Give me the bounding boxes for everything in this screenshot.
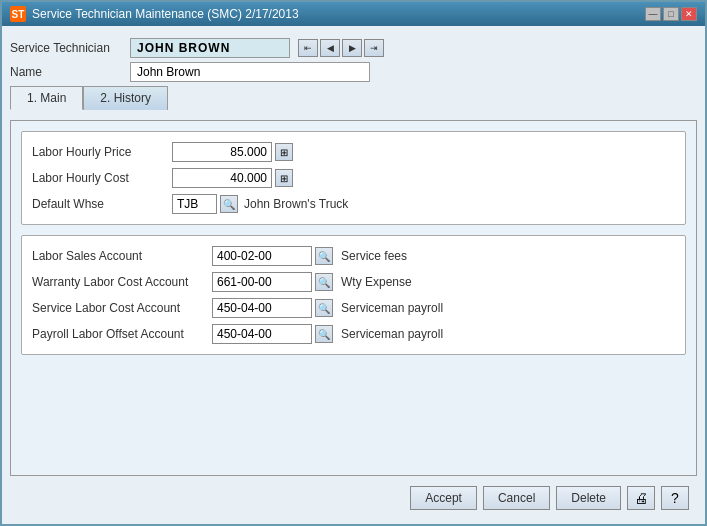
accept-button[interactable]: Accept (410, 486, 477, 510)
service-labor-cost-account-label: Service Labor Cost Account (32, 301, 212, 315)
accounts-group: Labor Sales Account 🔍 Service fees Warra… (21, 235, 686, 355)
labor-hourly-price-calc-button[interactable]: ⊞ (275, 143, 293, 161)
labor-sales-account-label: Labor Sales Account (32, 249, 212, 263)
nav-controls: ⇤ ◀ ▶ ⇥ (298, 39, 384, 57)
labor-hourly-cost-label: Labor Hourly Cost (32, 171, 172, 185)
warranty-labor-cost-account-desc: Wty Expense (341, 275, 412, 289)
minimize-button[interactable]: — (645, 7, 661, 21)
nav-first-button[interactable]: ⇤ (298, 39, 318, 57)
title-bar: ST Service Technician Maintenance (SMC) … (2, 2, 705, 26)
maximize-button[interactable]: □ (663, 7, 679, 21)
service-labor-cost-account-input[interactable] (212, 298, 312, 318)
labor-sales-account-input[interactable] (212, 246, 312, 266)
tab-main[interactable]: 1. Main (10, 86, 83, 110)
tab-history[interactable]: 2. History (83, 86, 168, 110)
title-bar-left: ST Service Technician Maintenance (SMC) … (10, 6, 299, 22)
window-controls: — □ ✕ (645, 7, 697, 21)
payroll-labor-offset-account-label: Payroll Labor Offset Account (32, 327, 212, 341)
labor-hourly-price-label: Labor Hourly Price (32, 145, 172, 159)
labor-hourly-cost-row: Labor Hourly Cost ⊞ (32, 168, 675, 188)
service-technician-row: Service Technician JOHN BROWN ⇤ ◀ ▶ ⇥ (10, 38, 697, 58)
nav-prev-button[interactable]: ◀ (320, 39, 340, 57)
labor-sales-account-row: Labor Sales Account 🔍 Service fees (32, 246, 675, 266)
default-whse-label: Default Whse (32, 197, 172, 211)
payroll-labor-offset-account-search-button[interactable]: 🔍 (315, 325, 333, 343)
payroll-labor-offset-account-desc: Serviceman payroll (341, 327, 443, 341)
tab-bar: 1. Main 2. History (10, 86, 697, 110)
name-label: Name (10, 65, 130, 79)
cancel-button[interactable]: Cancel (483, 486, 550, 510)
service-labor-cost-account-desc: Serviceman payroll (341, 301, 443, 315)
main-content-area: Labor Hourly Price ⊞ Labor Hourly Cost ⊞… (10, 120, 697, 476)
name-value: John Brown (130, 62, 370, 82)
window-title: Service Technician Maintenance (SMC) 2/1… (32, 7, 299, 21)
labor-hourly-price-input[interactable] (172, 142, 272, 162)
close-button[interactable]: ✕ (681, 7, 697, 21)
labor-hourly-cost-calc-button[interactable]: ⊞ (275, 169, 293, 187)
main-window: ST Service Technician Maintenance (SMC) … (0, 0, 707, 526)
labor-hourly-price-row: Labor Hourly Price ⊞ (32, 142, 675, 162)
service-technician-input[interactable]: JOHN BROWN (130, 38, 290, 58)
default-whse-search-button[interactable]: 🔍 (220, 195, 238, 213)
delete-button[interactable]: Delete (556, 486, 621, 510)
nav-next-button[interactable]: ▶ (342, 39, 362, 57)
labor-sales-account-search-button[interactable]: 🔍 (315, 247, 333, 265)
window-content: Service Technician JOHN BROWN ⇤ ◀ ▶ ⇥ Na… (2, 26, 705, 524)
app-icon: ST (10, 6, 26, 22)
default-whse-input[interactable] (172, 194, 217, 214)
payroll-labor-offset-account-row: Payroll Labor Offset Account 🔍 Servicema… (32, 324, 675, 344)
warranty-labor-cost-account-label: Warranty Labor Cost Account (32, 275, 212, 289)
name-row: Name John Brown (10, 62, 697, 82)
warranty-labor-cost-account-row: Warranty Labor Cost Account 🔍 Wty Expens… (32, 272, 675, 292)
default-whse-row: Default Whse 🔍 John Brown's Truck (32, 194, 675, 214)
help-button[interactable]: ? (661, 486, 689, 510)
print-button[interactable]: 🖨 (627, 486, 655, 510)
fields-group: Labor Hourly Price ⊞ Labor Hourly Cost ⊞… (21, 131, 686, 225)
warranty-labor-cost-account-search-button[interactable]: 🔍 (315, 273, 333, 291)
default-whse-desc: John Brown's Truck (244, 197, 348, 211)
labor-sales-account-desc: Service fees (341, 249, 407, 263)
service-labor-cost-account-row: Service Labor Cost Account 🔍 Serviceman … (32, 298, 675, 318)
header-section: Service Technician JOHN BROWN ⇤ ◀ ▶ ⇥ Na… (10, 34, 697, 114)
warranty-labor-cost-account-input[interactable] (212, 272, 312, 292)
service-labor-cost-account-search-button[interactable]: 🔍 (315, 299, 333, 317)
payroll-labor-offset-account-input[interactable] (212, 324, 312, 344)
labor-hourly-cost-input[interactable] (172, 168, 272, 188)
nav-last-button[interactable]: ⇥ (364, 39, 384, 57)
service-technician-label: Service Technician (10, 41, 130, 55)
footer: Accept Cancel Delete 🖨 ? (10, 482, 697, 516)
